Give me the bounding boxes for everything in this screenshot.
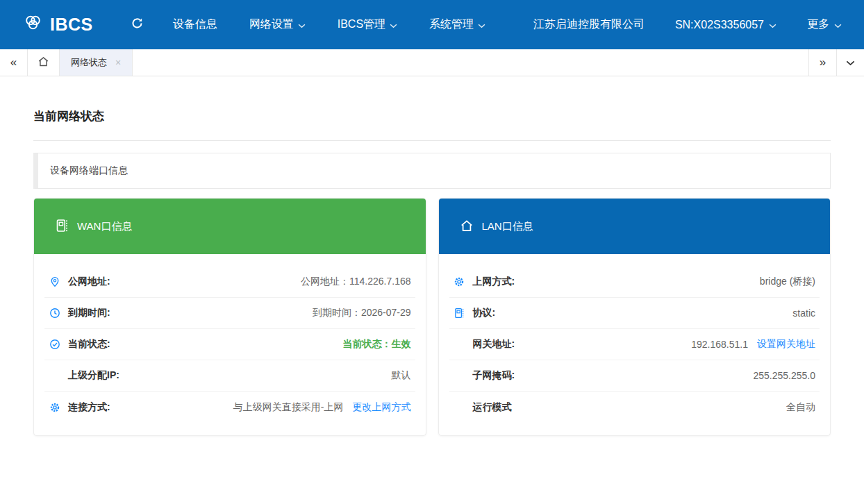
port-info-cards: WAN口信息 公网地址:公网地址：114.226.7.168到期时间:到期时间：…	[33, 198, 831, 436]
info-row: 当前状态:当前状态：生效	[44, 329, 415, 360]
row-value: 公网地址：114.226.7.168	[301, 276, 411, 288]
tab-bar: « 网络状态 × »	[0, 49, 864, 76]
row-label: 子网掩码:	[473, 369, 515, 382]
row-label: 连接方式:	[68, 401, 110, 414]
chevron-down-icon	[769, 19, 776, 31]
refresh-button[interactable]	[131, 17, 144, 33]
info-row: 协议:static	[449, 298, 820, 329]
info-row: 网关地址:192.168.51.1设置网关地址	[449, 329, 820, 360]
row-label: 协议:	[473, 307, 496, 319]
menu-item-label: IBCS管理	[338, 17, 385, 32]
home-tab[interactable]	[28, 49, 60, 76]
divider	[33, 140, 831, 141]
icon-spacer	[454, 370, 465, 382]
main-menu: 设备信息网络设置IBCS管理系统管理	[173, 17, 485, 32]
tab-network-status[interactable]: 网络状态 ×	[60, 49, 133, 76]
card-body: 上网方式:bridge (桥接)协议:static网关地址:192.168.51…	[439, 254, 831, 435]
gear-icon	[49, 401, 60, 413]
menu-item-4[interactable]: 系统管理	[429, 17, 485, 32]
refresh-icon	[131, 17, 144, 33]
row-value: 255.255.255.0	[753, 370, 815, 381]
icon-spacer	[454, 401, 465, 413]
row-label: 公网地址:	[68, 276, 110, 288]
location-pin-icon	[49, 276, 60, 288]
info-row: 运行模式全自动	[449, 392, 820, 423]
row-value: 与上级网关直接采用-上网	[233, 401, 344, 414]
brand-name: IBCS	[50, 15, 93, 35]
row-label: 到期时间:	[68, 307, 110, 319]
brand-logo[interactable]: IBCS	[22, 12, 93, 37]
chevron-down-icon	[298, 19, 306, 31]
navbar-right: 江苏启迪控股有限公司 SN:X02S3356057 更多	[533, 17, 842, 32]
row-value: static	[792, 308, 815, 319]
menu-item-1[interactable]: 设备信息	[173, 17, 217, 32]
row-value: 全自动	[786, 401, 815, 414]
serial-number: SN:X02S3356057	[675, 19, 764, 31]
chevron-down-icon	[834, 19, 842, 31]
info-card: LAN口信息 上网方式:bridge (桥接)协议:static网关地址:192…	[438, 198, 831, 436]
scroll-tabs-right-button[interactable]: »	[808, 49, 836, 76]
row-action-link[interactable]: 更改上网方式	[353, 401, 411, 414]
more-menu[interactable]: 更多	[807, 17, 842, 32]
tab-list-dropdown-button[interactable]	[836, 49, 864, 76]
row-label: 上网方式:	[473, 276, 515, 288]
home-icon	[38, 56, 49, 69]
tab-bar-right: »	[808, 49, 864, 76]
row-label: 上级分配IP:	[68, 369, 119, 382]
check-circle-icon	[49, 339, 60, 351]
row-action-link[interactable]: 设置网关地址	[757, 338, 815, 351]
icon-spacer	[454, 339, 465, 351]
serial-number-dropdown[interactable]: SN:X02S3356057	[675, 19, 776, 31]
row-label: 当前状态:	[68, 338, 110, 351]
info-row: 子网掩码:255.255.255.0	[449, 360, 820, 392]
row-value: 当前状态：生效	[343, 338, 411, 351]
chevron-down-icon	[390, 19, 397, 31]
card-header: WAN口信息	[34, 199, 426, 254]
chevron-down-icon	[478, 19, 485, 31]
info-row: 上网方式:bridge (桥接)	[449, 267, 820, 298]
card-title: WAN口信息	[77, 220, 132, 233]
page-title: 当前网络状态	[33, 108, 831, 124]
menu-item-label: 网络设置	[249, 17, 294, 32]
card-reader-icon	[55, 219, 69, 235]
card-reader-icon	[454, 308, 465, 319]
row-value: 到期时间：2026-07-29	[313, 307, 411, 319]
company-name: 江苏启迪控股有限公司	[533, 17, 645, 32]
scroll-tabs-left-button[interactable]: «	[0, 49, 28, 76]
top-navbar: IBCS 设备信息网络设置IBCS管理系统管理 江苏启迪控股有限公司 SN:X0…	[0, 0, 864, 49]
home-icon	[460, 219, 474, 235]
gear-icon	[454, 276, 465, 288]
menu-item-label: 设备信息	[173, 17, 217, 32]
card-title: LAN口信息	[482, 220, 533, 233]
row-label: 运行模式	[473, 401, 512, 414]
info-row: 到期时间:到期时间：2026-07-29	[44, 298, 415, 329]
row-value: bridge (桥接)	[760, 276, 815, 288]
section-header: 设备网络端口信息	[33, 153, 831, 189]
knot-icon	[22, 12, 44, 37]
menu-item-2[interactable]: 网络设置	[249, 17, 306, 32]
info-row: 连接方式:与上级网关直接采用-上网更改上网方式	[44, 392, 415, 423]
icon-spacer	[49, 370, 60, 382]
row-value: 192.168.51.1	[691, 339, 748, 350]
card-header: LAN口信息	[439, 199, 831, 254]
main-content: 当前网络状态 设备网络端口信息 WAN口信息 公网地址:公网地址：114.226…	[0, 108, 864, 436]
tab-label: 网络状态	[71, 56, 107, 69]
close-icon[interactable]: ×	[115, 58, 121, 67]
row-label: 网关地址:	[473, 338, 515, 351]
chevron-down-icon	[846, 56, 855, 69]
info-card: WAN口信息 公网地址:公网地址：114.226.7.168到期时间:到期时间：…	[33, 198, 426, 436]
clock-icon	[49, 308, 60, 319]
menu-item-label: 系统管理	[429, 17, 474, 32]
more-label: 更多	[807, 17, 829, 32]
menu-item-3[interactable]: IBCS管理	[338, 17, 397, 32]
card-body: 公网地址:公网地址：114.226.7.168到期时间:到期时间：2026-07…	[34, 254, 426, 435]
info-row: 公网地址:公网地址：114.226.7.168	[44, 267, 415, 298]
info-row: 上级分配IP:默认	[44, 360, 415, 392]
row-value: 默认	[392, 369, 411, 382]
section-title: 设备网络端口信息	[50, 165, 128, 177]
